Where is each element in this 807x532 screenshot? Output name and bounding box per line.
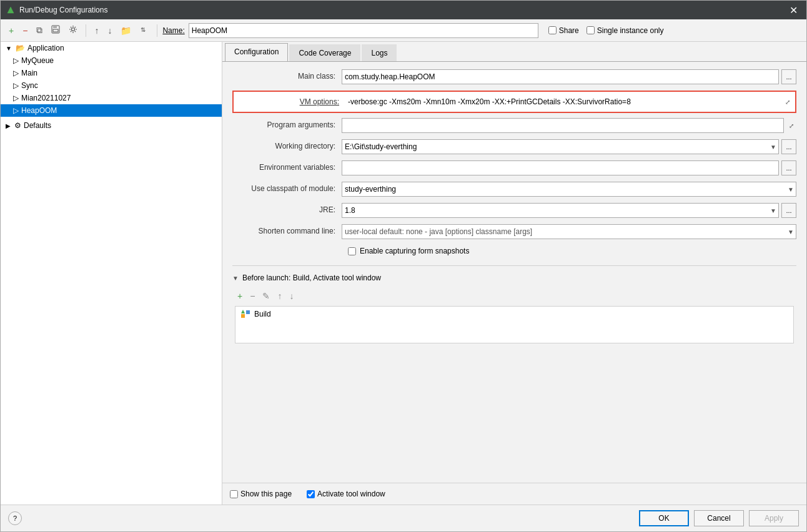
classpath-select[interactable]: study-everthing [342,182,796,197]
tab-logs[interactable]: Logs [362,44,397,61]
shorten-cmd-row: Shorten command line: user-local default… [232,224,796,240]
tab-configuration[interactable]: Configuration [225,43,288,61]
activate-tool-label: Activate tool window [317,490,385,498]
classpath-label: Use classpath of module: [232,182,342,193]
expand-application-icon: ▼ [6,45,12,52]
jre-row: JRE: 1.8 ▼ ... [232,203,796,219]
myqueue-label: MyQueue [21,56,54,65]
enable-snapshots-row: Enable capturing form snapshots [348,247,796,255]
main-class-label: Main class: [232,69,342,81]
env-vars-browse-button[interactable]: ... [781,160,796,175]
sort-button[interactable]: ⇅ [137,23,152,37]
main-class-input[interactable] [342,69,779,84]
show-page-checkbox-label[interactable]: Show this page [230,490,292,498]
expand-defaults-icon: ▶ [6,122,11,129]
jre-select[interactable]: 1.8 [342,203,779,218]
svg-rect-7 [246,310,250,314]
activate-tool-checkbox[interactable] [307,490,315,498]
tree-defaults[interactable]: ▶ ⚙ Defaults [1,119,222,132]
share-checkbox[interactable] [548,26,557,34]
main-class-browse-button[interactable]: ... [781,69,796,84]
name-area: Name: [162,23,538,38]
close-button[interactable]: ✕ [786,3,801,17]
folder-button[interactable]: 📁 [117,24,134,37]
tree-item-myqueue[interactable]: ▷ MyQueue [1,54,222,67]
program-args-expand-icon[interactable]: ⤢ [786,121,796,131]
svg-marker-0 [7,7,14,13]
classpath-row: Use classpath of module: study-everthing… [232,182,796,198]
cancel-button[interactable]: Cancel [694,510,744,526]
env-vars-label: Environment variables: [232,160,342,172]
tree-item-heapoom[interactable]: ▷ HeapOOM [1,104,222,117]
heapoom-label: HeapOOM [21,106,57,115]
help-button[interactable]: ? [8,511,22,525]
right-panel: Configuration Code Coverage Logs Main cl… [222,42,806,505]
defaults-icon: ⚙ [14,121,21,130]
launch-add-button[interactable]: + [235,290,245,302]
jre-select-wrapper: 1.8 ▼ [342,203,779,218]
shorten-cmd-select[interactable]: user-local default: none - java [options… [342,224,796,239]
single-instance-checkbox[interactable] [587,26,595,34]
move-up-button[interactable]: ↑ [91,24,102,37]
add-config-button[interactable]: + [6,24,17,37]
svg-point-4 [72,28,75,31]
ok-button[interactable]: OK [639,510,689,526]
show-page-checkbox[interactable] [230,490,238,498]
content-area: ▼ 📂 Application ▷ MyQueue ▷ Main ▷ Sync … [1,42,806,505]
remove-config-button[interactable]: − [19,24,31,37]
main-toolbar: + − ⧉ ↑ ↓ 📁 ⇅ Name: [1,19,806,42]
launch-edit-button[interactable]: ✎ [260,290,272,302]
launch-remove-button[interactable]: − [247,290,257,302]
vm-options-label: VM options: [236,97,345,106]
working-dir-input-area: ▼ ... [342,139,796,154]
env-vars-input[interactable] [342,160,779,175]
svg-marker-8 [241,310,245,313]
build-item-label: Build [254,310,271,318]
sync-icon: ▷ [13,81,19,90]
jre-browse-button[interactable]: ... [781,203,796,218]
application-label: Application [27,44,64,52]
copy-config-button[interactable]: ⧉ [33,23,46,37]
activate-tool-checkbox-label[interactable]: Activate tool window [307,490,385,498]
move-down-button[interactable]: ↓ [104,24,115,37]
launch-down-button[interactable]: ↓ [287,290,296,302]
sync-label: Sync [21,81,38,90]
launch-up-button[interactable]: ↑ [275,290,284,302]
program-args-input[interactable] [342,118,784,133]
jre-input-area: 1.8 ▼ ... [342,203,796,218]
tree-item-main[interactable]: ▷ Main [1,67,222,79]
apply-button[interactable]: Apply [749,510,799,526]
main-label: Main [21,69,37,77]
working-dir-select-wrapper: ▼ [342,139,779,154]
tree-item-mian[interactable]: ▷ Mian20211027 [1,92,222,104]
dialog-title: Run/Debug Configurations [19,6,786,14]
vm-options-row: VM options: ⤢ [232,91,796,113]
before-launch-label: Before launch: Build, Activate tool wind… [242,273,381,282]
shorten-cmd-input-area: user-local default: none - java [options… [342,224,796,239]
heapoom-icon: ▷ [13,106,19,115]
single-instance-label: Single instance only [597,26,664,35]
vm-options-input[interactable] [345,94,783,109]
tree-item-sync[interactable]: ▷ Sync [1,79,222,92]
before-launch-toolbar: + − ✎ ↑ ↓ [235,290,796,302]
share-checkbox-label[interactable]: Share [548,26,579,35]
main-class-row: Main class: ... [232,69,796,86]
main-class-input-area: ... [342,69,796,84]
dialog-footer: ? OK Cancel Apply [1,505,806,531]
show-page-label: Show this page [240,490,292,498]
name-input[interactable] [189,23,538,38]
working-dir-browse-button[interactable]: ... [781,139,796,154]
svg-rect-3 [53,29,58,32]
save-config-button[interactable] [48,23,63,37]
working-dir-input[interactable] [342,139,779,154]
settings-button[interactable] [66,23,81,37]
vm-options-expand-icon[interactable]: ⤢ [783,97,793,107]
build-icon [240,309,250,319]
toolbar-separator-2 [157,24,157,37]
before-launch-header[interactable]: ▼ Before launch: Build, Activate tool wi… [232,271,796,285]
tree-application-header[interactable]: ▼ 📂 Application [1,42,222,54]
single-instance-checkbox-label[interactable]: Single instance only [587,26,664,35]
share-label: Share [559,26,579,35]
tab-code-coverage[interactable]: Code Coverage [289,44,360,61]
enable-snapshots-checkbox[interactable] [348,247,356,255]
